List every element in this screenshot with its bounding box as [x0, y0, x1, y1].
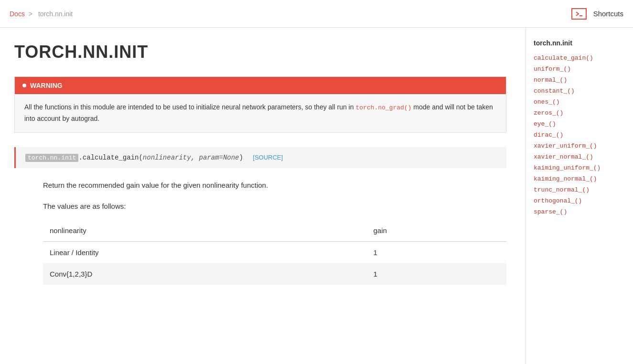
- breadcrumb-docs-link[interactable]: Docs: [10, 10, 25, 18]
- sidebar-link-xavier-uniform[interactable]: xavier_uniform_(): [534, 140, 623, 151]
- warning-header: WARNING: [15, 77, 506, 94]
- function-separator: .: [78, 154, 82, 161]
- sidebar-title: torch.nn.init: [534, 39, 623, 47]
- function-paren-close: ): [239, 154, 243, 161]
- breadcrumb-separator: >: [29, 10, 34, 18]
- table-row: Conv{1,2,3}D 1: [43, 263, 506, 285]
- sidebar-link-xavier-normal[interactable]: xavier_normal_(): [534, 151, 623, 162]
- sidebar-link-kaiming-normal[interactable]: kaiming_normal_(): [534, 173, 623, 184]
- sidebar-link-normal[interactable]: normal_(): [534, 75, 623, 86]
- function-source-link[interactable]: [SOURCE]: [253, 154, 283, 161]
- function-description: Return the recommended gain value for th…: [14, 180, 506, 191]
- warning-dot-icon: [22, 84, 26, 87]
- sidebar-link-sparse[interactable]: sparse_(): [534, 206, 623, 217]
- sidebar: torch.nn.init calculate_gain() uniform_(…: [526, 28, 631, 364]
- table-intro: The values are as follows:: [14, 201, 506, 212]
- sidebar-link-kaiming-uniform[interactable]: kaiming_uniform_(): [534, 162, 623, 173]
- warning-body: All the functions in this module are int…: [15, 94, 506, 132]
- table-header-nonlinearity: nonlinearity: [43, 222, 367, 242]
- table-header-gain: gain: [367, 222, 506, 242]
- topbar-right: Shortcuts: [571, 8, 623, 20]
- sidebar-link-uniform[interactable]: uniform_(): [534, 64, 623, 75]
- main-content: TORCH.NN.INIT WARNING All the functions …: [0, 28, 526, 364]
- warning-body-text: All the functions in this module are int…: [24, 103, 354, 111]
- sidebar-link-calculate-gain[interactable]: calculate_gain(): [534, 53, 623, 64]
- breadcrumb-current: torch.nn.init: [38, 10, 73, 18]
- layout: TORCH.NN.INIT WARNING All the functions …: [0, 28, 633, 364]
- warning-code[interactable]: torch.no_grad(): [355, 104, 411, 111]
- warning-header-label: WARNING: [30, 82, 63, 89]
- table-row: Linear / Identity 1: [43, 241, 506, 263]
- function-paren-open: (: [139, 154, 142, 161]
- function-params: nonlinearity, param=None: [143, 154, 239, 161]
- breadcrumb[interactable]: Docs > torch.nn.init: [10, 10, 75, 18]
- function-name: calculate_gain: [83, 154, 139, 161]
- warning-box: WARNING All the functions in this module…: [14, 76, 506, 133]
- table-cell-nonlinearity: Conv{1,2,3}D: [43, 263, 367, 285]
- function-module: torch.nn.init: [25, 154, 78, 162]
- topbar: Docs > torch.nn.init Shortcuts: [0, 0, 633, 28]
- table-header-row: nonlinearity gain: [43, 222, 506, 242]
- sidebar-link-dirac[interactable]: dirac_(): [534, 129, 623, 140]
- table-cell-gain: 1: [367, 241, 506, 263]
- sidebar-link-zeros[interactable]: zeros_(): [534, 107, 623, 118]
- shortcuts-label: Shortcuts: [593, 10, 623, 18]
- function-block: torch.nn.init.calculate_gain(nonlinearit…: [14, 147, 506, 168]
- table-cell-gain: 1: [367, 263, 506, 285]
- sidebar-link-constant[interactable]: constant_(): [534, 86, 623, 96]
- sidebar-link-eye[interactable]: eye_(): [534, 118, 623, 129]
- values-table: nonlinearity gain Linear / Identity 1 Co…: [43, 222, 506, 285]
- page-title: TORCH.NN.INIT: [14, 42, 506, 62]
- table-cell-nonlinearity: Linear / Identity: [43, 241, 367, 263]
- sidebar-link-orthogonal[interactable]: orthogonal_(): [534, 195, 623, 206]
- table-head: nonlinearity gain: [43, 222, 506, 242]
- sidebar-link-trunc-normal[interactable]: trunc_normal_(): [534, 184, 623, 195]
- console-icon[interactable]: [571, 8, 587, 20]
- sidebar-link-ones[interactable]: ones_(): [534, 96, 623, 107]
- table-body: Linear / Identity 1 Conv{1,2,3}D 1: [43, 241, 506, 285]
